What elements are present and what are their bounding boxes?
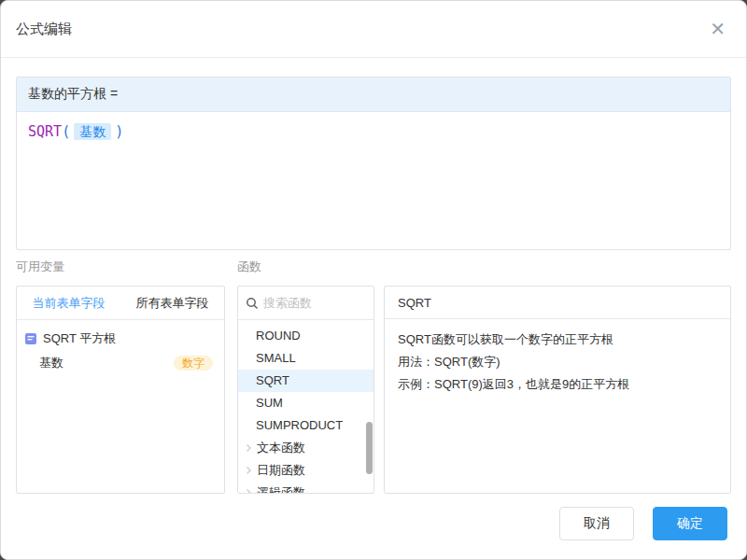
formula-paren-open: ( xyxy=(62,123,70,140)
dialog-header: 公式编辑 ✕ xyxy=(1,1,746,58)
field-type-badge: 数字 xyxy=(174,356,213,371)
formula-function-name: SQRT xyxy=(28,123,62,140)
cancel-button[interactable]: 取消 xyxy=(559,507,634,540)
panels-row: 当前表单字段 所有表单字段 SQRT 平方根 基数 数字 xyxy=(16,286,731,494)
chevron-right-icon xyxy=(243,465,254,476)
function-search-row xyxy=(238,287,374,320)
variables-tabs: 当前表单字段 所有表单字段 xyxy=(17,287,224,320)
dialog-footer: 取消 确定 xyxy=(559,507,727,540)
dialog-body: 基数的平方根 = SQRT(基数) 可用变量 函数 当前表单字段 所有表单字段 xyxy=(1,77,746,494)
detail-function-title: SQRT xyxy=(385,287,730,319)
form-doc-icon xyxy=(24,332,37,345)
chevron-right-icon xyxy=(243,442,254,454)
chevron-right-icon xyxy=(243,487,254,494)
scrollbar-thumb[interactable] xyxy=(366,422,373,474)
function-group-logic[interactable]: 逻辑函数 xyxy=(238,482,374,494)
dialog-title: 公式编辑 xyxy=(16,21,72,38)
search-icon xyxy=(246,297,259,310)
formula-edit-dialog: 公式编辑 ✕ 基数的平方根 = SQRT(基数) 可用变量 函数 当前表单字段 … xyxy=(0,0,747,560)
tab-current-form-fields[interactable]: 当前表单字段 xyxy=(17,287,120,319)
variables-section-label: 可用变量 xyxy=(16,259,237,275)
variables-panel: 当前表单字段 所有表单字段 SQRT 平方根 基数 数字 xyxy=(16,286,225,494)
tree-row-field[interactable]: 基数 数字 xyxy=(17,351,224,375)
function-item-sumproduct[interactable]: SUMPRODUCT xyxy=(238,414,374,437)
functions-section-label: 函数 xyxy=(237,259,384,275)
formula-box: 基数的平方根 = SQRT(基数) xyxy=(16,77,731,250)
section-labels: 可用变量 函数 xyxy=(16,258,731,276)
detail-line-description: SQRT函数可以获取一个数字的正平方根 xyxy=(398,329,717,351)
tree-field-name: 基数 xyxy=(39,355,63,371)
tree-form-name: SQRT 平方根 xyxy=(43,330,116,347)
confirm-button[interactable]: 确定 xyxy=(653,507,727,540)
function-item-sqrt[interactable]: SQRT xyxy=(238,370,374,392)
tree-row-form[interactable]: SQRT 平方根 xyxy=(17,327,224,351)
functions-panel: RAND ROUND SMALL SQRT SUM SUMPRODUCT 文本函… xyxy=(237,286,374,494)
close-icon[interactable]: ✕ xyxy=(704,16,731,42)
function-item-sum[interactable]: SUM xyxy=(238,392,374,414)
detail-line-example: 示例：SQRT(9)返回3，也就是9的正平方根 xyxy=(398,373,717,396)
function-list: RAND ROUND SMALL SQRT SUM SUMPRODUCT 文本函… xyxy=(238,320,374,494)
formula-argument-token[interactable]: 基数 xyxy=(74,123,111,140)
detail-function-description: SQRT函数可以获取一个数字的正平方根 用法：SQRT(数字) 示例：SQRT(… xyxy=(385,319,730,405)
function-detail-panel: SQRT SQRT函数可以获取一个数字的正平方根 用法：SQRT(数字) 示例：… xyxy=(384,286,731,494)
variables-tree: SQRT 平方根 基数 数字 xyxy=(17,320,224,375)
formula-paren-close: ) xyxy=(115,123,123,140)
formula-editor[interactable]: SQRT(基数) xyxy=(17,112,730,250)
tab-all-form-fields[interactable]: 所有表单字段 xyxy=(120,287,224,319)
backdrop: { "dialog": { "title": "公式编辑", "close_ic… xyxy=(0,0,747,560)
search-input[interactable] xyxy=(263,296,366,310)
function-group-date[interactable]: 日期函数 xyxy=(238,459,374,482)
detail-line-usage: 用法：SQRT(数字) xyxy=(398,351,717,373)
function-item-round[interactable]: ROUND xyxy=(238,325,374,347)
function-item-small[interactable]: SMALL xyxy=(238,347,374,370)
formula-target-label: 基数的平方根 = xyxy=(17,77,730,112)
function-group-text[interactable]: 文本函数 xyxy=(238,437,374,459)
